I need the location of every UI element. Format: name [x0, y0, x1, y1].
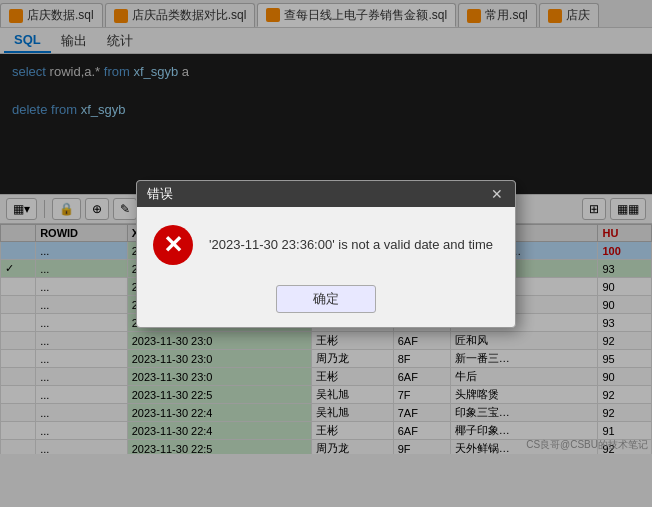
modal-overlay: 错误 ✕ ✕ '2023-11-30 23:36:00' is not a va…	[0, 0, 652, 507]
modal-ok-button[interactable]: 确定	[276, 285, 376, 313]
error-icon: ✕	[153, 225, 193, 265]
error-dialog: 错误 ✕ ✕ '2023-11-30 23:36:00' is not a va…	[136, 180, 516, 328]
modal-close-button[interactable]: ✕	[489, 186, 505, 202]
modal-message: '2023-11-30 23:36:00' is not a valid dat…	[209, 235, 493, 255]
modal-title: 错误	[147, 185, 173, 203]
modal-footer: 确定	[137, 279, 515, 327]
modal-title-bar: 错误 ✕	[137, 181, 515, 207]
modal-body: ✕ '2023-11-30 23:36:00' is not a valid d…	[137, 207, 515, 279]
